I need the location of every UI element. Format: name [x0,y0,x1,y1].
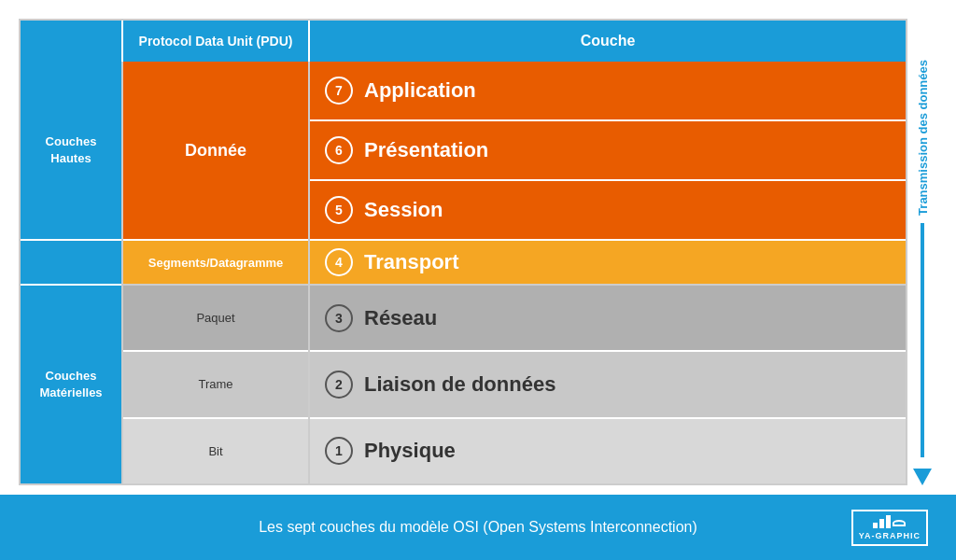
transmission-label: Transmission des données [916,60,930,216]
label-couches-hautes: CouchesHautes [21,62,121,241]
layer-row-2: 2 Liaison de données [310,352,906,418]
header-col-couche: Couche [310,21,906,62]
arrow-head [913,469,932,485]
layers-column: 7 Application 6 Présentation 5 Session 4… [310,62,906,483]
pdu-header-label: Protocol Data Unit (PDU) [139,34,293,49]
couche-header-label: Couche [581,33,636,49]
label-transport-spacer [21,241,121,286]
layer-number-4: 4 [325,248,353,276]
logo-bar-3 [886,515,891,528]
layer-name-3: Réseau [364,306,437,330]
transmission-arrow-container: Transmission des données [907,19,937,485]
diagram-area: Protocol Data Unit (PDU) Couche CouchesH… [0,0,956,495]
layer-row-6: 6 Présentation [310,121,906,181]
logo-bars-icon [873,515,906,528]
header-col-left [21,21,123,62]
layer-number-2: 2 [325,371,353,399]
body-section: CouchesHautes CouchesMatérielles Donnée … [21,62,906,483]
layer-number-3: 3 [325,304,353,332]
layer-name-4: Transport [364,250,458,274]
logo-bar-2 [879,519,884,528]
pdu-segments-label: Segments/Datagramme [148,256,284,270]
pdu-donnee-label: Donnée [185,141,246,161]
osi-table: Protocol Data Unit (PDU) Couche CouchesH… [19,19,907,485]
footer-text: Les sept couches du modèle OSI (Open Sys… [259,519,697,536]
layer-number-7: 7 [325,77,353,105]
footer: Les sept couches du modèle OSI (Open Sys… [0,495,956,560]
label-couches-materielles: CouchesMatérielles [21,286,121,483]
logo-text: YA-GRAPHIC [859,531,921,540]
layer-name-1: Physique [364,439,456,463]
logo-container: YA-GRAPHIC [851,510,928,546]
ya-graphic-logo: YA-GRAPHIC [851,510,928,546]
layer-name-6: Présentation [364,138,488,162]
header-col-pdu: Protocol Data Unit (PDU) [123,21,310,62]
pdu-materielles: Paquet Trame Bit [123,286,308,483]
header-row: Protocol Data Unit (PDU) Couche [21,21,906,62]
layer-row-5: 5 Session [310,181,906,241]
logo-bar-1 [873,523,878,528]
main-container: Protocol Data Unit (PDU) Couche CouchesH… [0,0,956,560]
layer-number-5: 5 [325,196,353,224]
logo-arc-icon [893,520,906,526]
pdu-donnee: Donnée [123,62,308,241]
arrow-line [921,223,924,457]
layer-row-3: 3 Réseau [310,286,906,352]
pdu-column: Donnée Segments/Datagramme Paquet Trame [123,62,310,483]
pdu-segments: Segments/Datagramme [123,241,308,286]
layer-number-1: 1 [325,437,353,465]
pdu-trame: Trame [123,352,308,418]
pdu-paquet: Paquet [123,286,308,352]
pdu-paquet-label: Paquet [196,311,234,325]
layer-name-2: Liaison de données [364,372,555,397]
pdu-trame-label: Trame [198,377,232,391]
left-labels: CouchesHautes CouchesMatérielles [21,62,123,483]
pdu-bit-label: Bit [208,444,222,458]
layer-row-4: 4 Transport [310,241,906,286]
pdu-bit: Bit [123,419,308,483]
layer-name-7: Application [364,78,476,103]
layer-name-5: Session [364,198,443,222]
layer-row-7: 7 Application [310,62,906,121]
layer-number-6: 6 [325,136,353,164]
layer-row-1: 1 Physique [310,419,906,483]
